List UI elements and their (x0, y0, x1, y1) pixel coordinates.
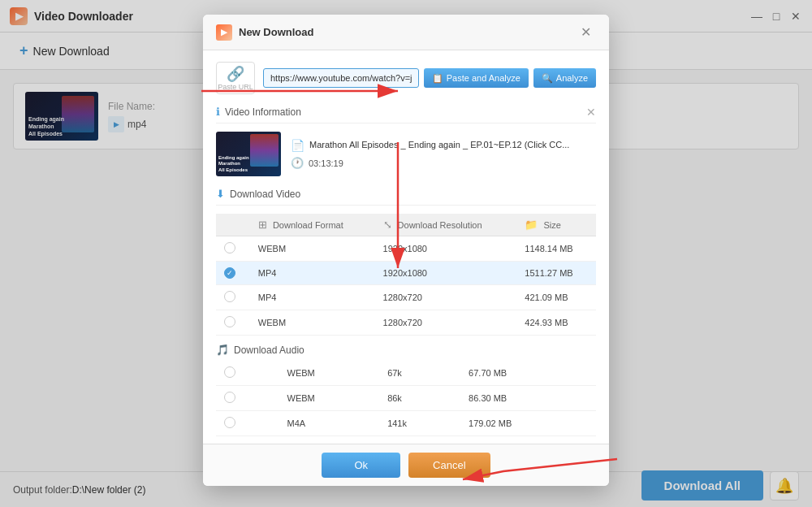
table-row[interactable]: M4A 141k 179.02 MB (216, 411, 596, 436)
analyze-icon: 🔍 (542, 73, 553, 84)
row-format: MP4 (250, 285, 375, 310)
analyze-label: Analyze (556, 73, 588, 83)
modal-title-left: ▶ New Download (216, 24, 313, 41)
download-audio-table: WEBM 67k 67.70 MB WEBM 86k 86.30 MB M4A … (216, 361, 596, 436)
row-select-cell[interactable] (216, 310, 250, 336)
th-size: 📁 Size (516, 214, 596, 236)
url-icon-box: 🔗 Paste URL (216, 62, 255, 94)
paste-analyze-label: Paste and Analyze (447, 73, 520, 83)
row-resolution: 1920x1080 (375, 236, 517, 262)
clock-icon: 🕐 (291, 157, 304, 169)
table-row[interactable]: WEBM 86k 86.30 MB (216, 386, 596, 411)
modal-dialog: ▶ New Download ✕ 🔗 Paste URL (203, 15, 609, 486)
url-input[interactable] (263, 68, 419, 88)
video-info-close-button[interactable]: ✕ (586, 106, 596, 119)
row-bitrate: 141k (379, 411, 460, 436)
table-row[interactable]: WEBM 1280x720 424.93 MB (216, 310, 596, 336)
radio-button[interactable] (224, 366, 235, 378)
modal-close-button[interactable]: ✕ (576, 23, 596, 41)
row-format: MP4 (250, 262, 375, 285)
video-info-section-header: ℹ Video Information ✕ (216, 106, 596, 124)
download-video-label: Download Video (230, 188, 300, 200)
video-info-card: Ending againMarathonAll Episodes 📄 Marat… (216, 132, 596, 176)
radio-button[interactable] (224, 417, 235, 428)
paste-icon: 📋 (432, 73, 443, 84)
url-input-row: 📋 Paste and Analyze 🔍 Analyze (263, 68, 596, 88)
row-select-cell[interactable] (216, 262, 250, 285)
download-video-table: ⊞ Download Format ⤡ Download Resolution … (216, 214, 596, 336)
row-size: 421.09 MB (516, 285, 596, 310)
download-video-icon: ⬇ (216, 188, 225, 200)
download-audio-label: Download Audio (234, 344, 304, 356)
row-select-cell[interactable] (216, 386, 279, 411)
url-section: 🔗 Paste URL 📋 Paste and Analyze 🔍 (216, 62, 596, 94)
row-size: 67.70 MB (460, 361, 596, 386)
row-format: WEBM (279, 361, 380, 386)
radio-button[interactable] (224, 392, 235, 403)
download-audio-section-header: 🎵 Download Audio (216, 344, 596, 356)
url-input-group: 📋 Paste and Analyze 🔍 Analyze (263, 68, 596, 88)
modal-overlay: ▶ New Download ✕ 🔗 Paste URL (0, 0, 812, 507)
row-select-cell[interactable] (216, 411, 279, 436)
video-title: Marathon All Episodes _ Ending again _ E… (309, 139, 569, 151)
row-select-cell[interactable] (216, 236, 250, 262)
resolution-th-icon: ⤡ (383, 219, 392, 231)
modal-title: New Download (239, 26, 313, 38)
ok-button[interactable]: Ok (322, 453, 400, 478)
video-duration: 03:13:19 (309, 158, 343, 168)
table-row[interactable]: MP4 1280x720 421.09 MB (216, 285, 596, 310)
row-bitrate: 67k (379, 361, 460, 386)
video-thumb-figures (250, 134, 279, 167)
modal-titlebar: ▶ New Download ✕ (203, 15, 609, 50)
row-size: 1148.14 MB (516, 236, 596, 262)
video-title-row: 📄 Marathon All Episodes _ Ending again _… (291, 139, 596, 152)
row-format: WEBM (250, 236, 375, 262)
row-size: 179.02 MB (460, 411, 596, 436)
row-size: 1511.27 MB (516, 262, 596, 285)
table-row[interactable]: WEBM 67k 67.70 MB (216, 361, 596, 386)
video-table-body: WEBM 1920x1080 1148.14 MB MP4 1920x1080 … (216, 236, 596, 336)
row-resolution: 1920x1080 (375, 262, 517, 285)
modal-body: 🔗 Paste URL 📋 Paste and Analyze 🔍 (203, 50, 609, 444)
link-icon: 🔗 (227, 65, 244, 83)
video-duration-row: 🕐 03:13:19 (291, 157, 596, 169)
row-format: WEBM (279, 386, 380, 411)
analyze-button[interactable]: 🔍 Analyze (533, 68, 596, 88)
row-bitrate: 86k (379, 386, 460, 411)
row-select-cell[interactable] (216, 361, 279, 386)
download-video-section: ⬇ Download Video ⊞ Download Format (216, 188, 596, 336)
table-row[interactable]: MP4 1920x1080 1511.27 MB (216, 262, 596, 285)
download-video-header: ⬇ Download Video (216, 188, 596, 206)
audio-table-body: WEBM 67k 67.70 MB WEBM 86k 86.30 MB M4A … (216, 361, 596, 436)
row-format: M4A (279, 411, 380, 436)
size-th-icon: 📁 (525, 219, 538, 231)
row-format: WEBM (250, 310, 375, 336)
app-window: ▶ Video Downloader — □ ✕ + New Download … (0, 0, 812, 507)
th-select (216, 214, 250, 236)
radio-button[interactable] (224, 242, 235, 254)
row-size: 424.93 MB (516, 310, 596, 336)
th-format: ⊞ Download Format (250, 214, 375, 236)
cancel-button[interactable]: Cancel (408, 453, 490, 478)
row-resolution: 1280x720 (375, 285, 517, 310)
paste-analyze-button[interactable]: 📋 Paste and Analyze (424, 68, 529, 88)
video-meta: 📄 Marathon All Episodes _ Ending again _… (291, 132, 596, 176)
info-icon: ℹ (216, 106, 220, 118)
modal-footer: Ok Cancel (203, 444, 609, 486)
row-resolution: 1280x720 (375, 310, 517, 336)
video-thumb-text: Ending againMarathonAll Episodes (218, 155, 249, 174)
video-thumbnail: Ending againMarathonAll Episodes (216, 132, 281, 176)
row-select-cell[interactable] (216, 285, 250, 310)
radio-button[interactable] (224, 316, 235, 327)
radio-button[interactable] (224, 291, 235, 302)
row-size: 86.30 MB (460, 386, 596, 411)
table-header-row: ⊞ Download Format ⤡ Download Resolution … (216, 214, 596, 236)
download-audio-table-container: WEBM 67k 67.70 MB WEBM 86k 86.30 MB M4A … (216, 361, 596, 436)
radio-button[interactable] (224, 267, 235, 279)
table-row[interactable]: WEBM 1920x1080 1148.14 MB (216, 236, 596, 262)
th-resolution: ⤡ Download Resolution (375, 214, 517, 236)
modal-app-icon: ▶ (216, 24, 232, 41)
url-label-box: Paste URL (218, 83, 253, 91)
format-th-icon: ⊞ (258, 219, 267, 231)
video-info-label: Video Information (225, 106, 301, 118)
